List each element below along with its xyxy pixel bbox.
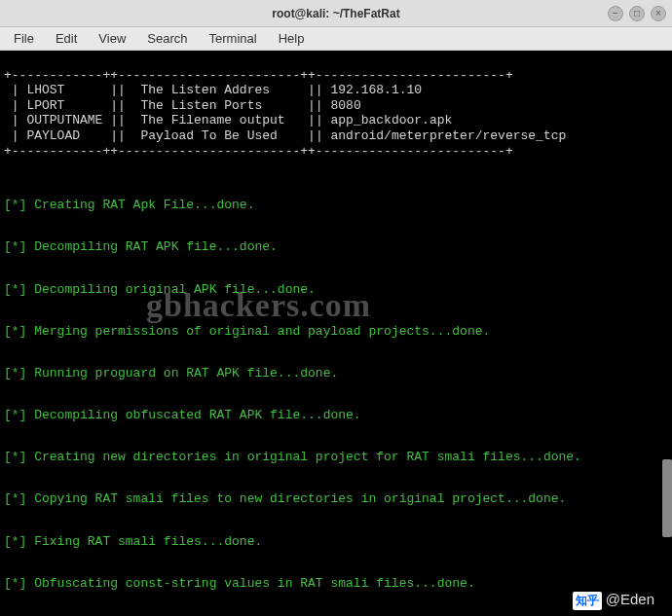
table-row: | LHOST || The Listen Addres || 192.168.… <box>4 83 422 97</box>
table-row: | OUTPUTNAME || The Filename output || a… <box>4 113 452 127</box>
maximize-icon[interactable]: □ <box>629 6 645 21</box>
menu-edit[interactable]: Edit <box>46 29 87 48</box>
table-row: | PAYLOAD || Payload To Be Used || andro… <box>4 128 566 143</box>
step-line: [*] Decompiling RAT APK file...done. <box>4 239 668 255</box>
menu-view[interactable]: View <box>89 29 135 48</box>
table-row: | LPORT || The Listen Ports || 8080 <box>4 98 361 113</box>
step-line: [*] Merging permissions of original and … <box>4 324 668 340</box>
window-title: root@kali: ~/TheFatRat <box>272 7 399 20</box>
step-line: [*] Creating new directories in original… <box>4 450 668 465</box>
terminal-output[interactable]: +------------++------------------------+… <box>0 51 672 616</box>
menu-search[interactable]: Search <box>137 29 197 48</box>
step-line: [*] Fixing RAT smali files...done. <box>4 534 668 550</box>
menu-terminal[interactable]: Terminal <box>200 29 267 48</box>
titlebar: root@kali: ~/TheFatRat − □ × <box>0 0 672 27</box>
minimize-icon[interactable]: − <box>608 6 623 21</box>
step-line: [*] Decompiling original APK file...done… <box>4 282 668 298</box>
step-line: [*] Running proguard on RAT APK file...d… <box>4 366 668 381</box>
menu-file[interactable]: File <box>4 29 44 48</box>
menubar: File Edit View Search Terminal Help <box>0 27 672 51</box>
step-line: [*] Decompiling obfuscated RAT APK file.… <box>4 408 668 423</box>
window-controls: − □ × <box>608 6 666 21</box>
step-line: [*] Creating RAT Apk File...done. <box>4 198 668 213</box>
scroll-thumb[interactable] <box>662 459 672 537</box>
scrollbar[interactable] <box>660 51 672 577</box>
table-border-bottom: +------------++------------------------+… <box>4 144 513 159</box>
table-border-top: +------------++------------------------+… <box>4 68 513 83</box>
close-icon[interactable]: × <box>651 6 666 21</box>
step-line: [*] Copying RAT smali files to new direc… <box>4 491 668 507</box>
step-line: [*] Obfuscating const-string values in R… <box>4 576 668 592</box>
menu-help[interactable]: Help <box>269 29 315 48</box>
